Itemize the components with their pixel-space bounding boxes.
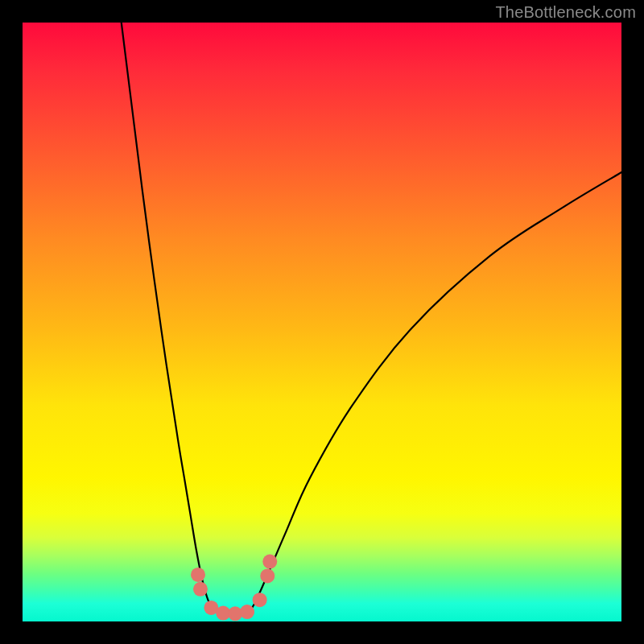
- data-marker: [262, 555, 277, 569]
- data-marker: [193, 582, 208, 597]
- curve-right: [250, 172, 621, 611]
- chart-svg: [23, 23, 621, 621]
- curve-left: [122, 23, 214, 611]
- data-marker: [253, 592, 267, 607]
- plot-area: [23, 23, 621, 621]
- watermark-text: TheBottleneck.com: [495, 3, 636, 22]
- data-marker: [191, 568, 205, 582]
- data-marker: [240, 605, 254, 619]
- data-marker: [260, 568, 275, 583]
- marker-group: [191, 555, 277, 621]
